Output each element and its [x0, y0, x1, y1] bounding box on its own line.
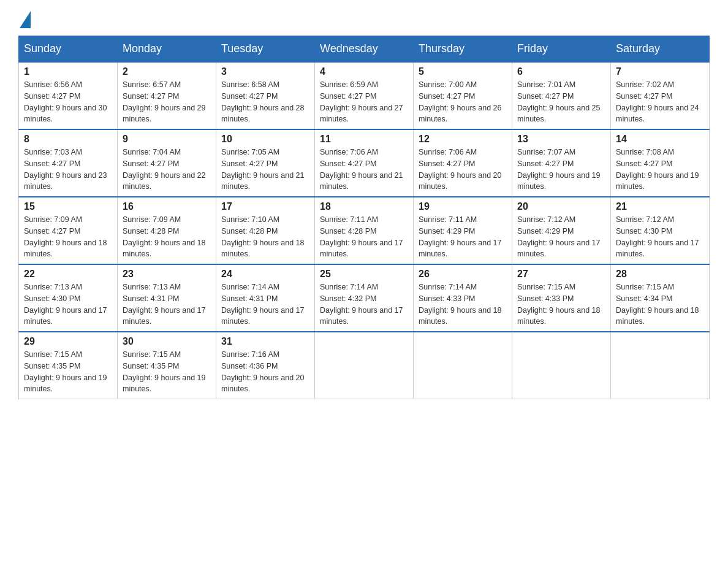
calendar-table: SundayMondayTuesdayWednesdayThursdayFrid… — [18, 36, 710, 399]
day-info: Sunrise: 7:03 AMSunset: 4:27 PMDaylight:… — [24, 148, 107, 191]
day-number: 23 — [123, 269, 211, 280]
day-info: Sunrise: 7:09 AMSunset: 4:28 PMDaylight:… — [123, 215, 206, 258]
day-number: 11 — [320, 134, 408, 145]
weekday-header-sunday: Sunday — [19, 36, 118, 63]
calendar-cell: 11 Sunrise: 7:06 AMSunset: 4:27 PMDaylig… — [315, 129, 414, 197]
day-number: 19 — [419, 201, 507, 212]
day-info: Sunrise: 7:12 AMSunset: 4:29 PMDaylight:… — [517, 215, 601, 258]
week-row-5: 29 Sunrise: 7:15 AMSunset: 4:35 PMDaylig… — [19, 332, 710, 399]
day-info: Sunrise: 7:11 AMSunset: 4:29 PMDaylight:… — [419, 215, 502, 258]
day-number: 21 — [616, 201, 704, 212]
day-number: 3 — [221, 66, 309, 77]
day-info: Sunrise: 7:14 AMSunset: 4:32 PMDaylight:… — [320, 283, 403, 326]
day-info: Sunrise: 7:13 AMSunset: 4:31 PMDaylight:… — [123, 283, 206, 326]
calendar-cell: 4 Sunrise: 6:59 AMSunset: 4:27 PMDayligh… — [315, 62, 414, 129]
calendar-cell: 1 Sunrise: 6:56 AMSunset: 4:27 PMDayligh… — [19, 62, 118, 129]
weekday-header-saturday: Saturday — [611, 36, 710, 63]
calendar-cell: 3 Sunrise: 6:58 AMSunset: 4:27 PMDayligh… — [216, 62, 315, 129]
week-row-1: 1 Sunrise: 6:56 AMSunset: 4:27 PMDayligh… — [19, 62, 710, 129]
weekday-header-friday: Friday — [512, 36, 611, 63]
day-number: 25 — [320, 269, 408, 280]
calendar-cell: 25 Sunrise: 7:14 AMSunset: 4:32 PMDaylig… — [315, 264, 414, 332]
day-info: Sunrise: 7:16 AMSunset: 4:36 PMDaylight:… — [221, 350, 305, 393]
calendar-cell — [414, 332, 512, 399]
logo-triangle-icon — [20, 11, 31, 28]
day-info: Sunrise: 7:15 AMSunset: 4:35 PMDaylight:… — [24, 350, 107, 393]
calendar-cell: 6 Sunrise: 7:01 AMSunset: 4:27 PMDayligh… — [512, 62, 611, 129]
day-info: Sunrise: 6:59 AMSunset: 4:27 PMDaylight:… — [320, 80, 403, 123]
day-info: Sunrise: 7:15 AMSunset: 4:35 PMDaylight:… — [123, 350, 206, 393]
calendar-cell: 18 Sunrise: 7:11 AMSunset: 4:28 PMDaylig… — [315, 197, 414, 264]
calendar-cell: 23 Sunrise: 7:13 AMSunset: 4:31 PMDaylig… — [118, 264, 216, 332]
day-number: 30 — [123, 336, 211, 347]
day-info: Sunrise: 7:10 AMSunset: 4:28 PMDaylight:… — [221, 215, 305, 258]
day-number: 2 — [123, 66, 211, 77]
day-info: Sunrise: 7:14 AMSunset: 4:31 PMDaylight:… — [221, 283, 305, 326]
calendar-cell: 27 Sunrise: 7:15 AMSunset: 4:33 PMDaylig… — [512, 264, 611, 332]
weekday-header-thursday: Thursday — [414, 36, 512, 63]
calendar-cell: 5 Sunrise: 7:00 AMSunset: 4:27 PMDayligh… — [414, 62, 512, 129]
day-info: Sunrise: 6:58 AMSunset: 4:27 PMDaylight:… — [221, 80, 305, 123]
day-info: Sunrise: 7:06 AMSunset: 4:27 PMDaylight:… — [419, 148, 502, 191]
weekday-header-monday: Monday — [118, 36, 216, 63]
weekday-header-tuesday: Tuesday — [216, 36, 315, 63]
calendar-cell: 13 Sunrise: 7:07 AMSunset: 4:27 PMDaylig… — [512, 129, 611, 197]
day-info: Sunrise: 7:01 AMSunset: 4:27 PMDaylight:… — [517, 80, 601, 123]
calendar-cell: 28 Sunrise: 7:15 AMSunset: 4:34 PMDaylig… — [611, 264, 710, 332]
day-number: 8 — [24, 134, 112, 145]
day-info: Sunrise: 7:14 AMSunset: 4:33 PMDaylight:… — [419, 283, 502, 326]
calendar-cell: 19 Sunrise: 7:11 AMSunset: 4:29 PMDaylig… — [414, 197, 512, 264]
calendar-cell: 2 Sunrise: 6:57 AMSunset: 4:27 PMDayligh… — [118, 62, 216, 129]
day-info: Sunrise: 7:08 AMSunset: 4:27 PMDaylight:… — [616, 148, 699, 191]
day-info: Sunrise: 7:15 AMSunset: 4:34 PMDaylight:… — [616, 283, 699, 326]
calendar-cell: 10 Sunrise: 7:05 AMSunset: 4:27 PMDaylig… — [216, 129, 315, 197]
day-info: Sunrise: 7:11 AMSunset: 4:28 PMDaylight:… — [320, 215, 403, 258]
week-row-4: 22 Sunrise: 7:13 AMSunset: 4:30 PMDaylig… — [19, 264, 710, 332]
day-number: 20 — [517, 201, 605, 212]
day-info: Sunrise: 6:57 AMSunset: 4:27 PMDaylight:… — [123, 80, 206, 123]
calendar-cell — [315, 332, 414, 399]
calendar-cell: 14 Sunrise: 7:08 AMSunset: 4:27 PMDaylig… — [611, 129, 710, 197]
calendar-cell: 15 Sunrise: 7:09 AMSunset: 4:27 PMDaylig… — [19, 197, 118, 264]
day-number: 9 — [123, 134, 211, 145]
day-number: 27 — [517, 269, 605, 280]
day-number: 29 — [24, 336, 112, 347]
calendar-cell: 16 Sunrise: 7:09 AMSunset: 4:28 PMDaylig… — [118, 197, 216, 264]
day-info: Sunrise: 7:07 AMSunset: 4:27 PMDaylight:… — [517, 148, 601, 191]
calendar-cell: 26 Sunrise: 7:14 AMSunset: 4:33 PMDaylig… — [414, 264, 512, 332]
day-number: 16 — [123, 201, 211, 212]
day-number: 1 — [24, 66, 112, 77]
calendar-cell — [512, 332, 611, 399]
day-number: 14 — [616, 134, 704, 145]
calendar-cell: 29 Sunrise: 7:15 AMSunset: 4:35 PMDaylig… — [19, 332, 118, 399]
calendar-cell: 31 Sunrise: 7:16 AMSunset: 4:36 PMDaylig… — [216, 332, 315, 399]
day-number: 28 — [616, 269, 704, 280]
calendar-cell: 21 Sunrise: 7:12 AMSunset: 4:30 PMDaylig… — [611, 197, 710, 264]
day-number: 4 — [320, 66, 408, 77]
day-number: 10 — [221, 134, 309, 145]
calendar-cell: 22 Sunrise: 7:13 AMSunset: 4:30 PMDaylig… — [19, 264, 118, 332]
week-row-2: 8 Sunrise: 7:03 AMSunset: 4:27 PMDayligh… — [19, 129, 710, 197]
day-info: Sunrise: 7:15 AMSunset: 4:33 PMDaylight:… — [517, 283, 601, 326]
calendar-cell: 8 Sunrise: 7:03 AMSunset: 4:27 PMDayligh… — [19, 129, 118, 197]
calendar-cell: 7 Sunrise: 7:02 AMSunset: 4:27 PMDayligh… — [611, 62, 710, 129]
day-number: 17 — [221, 201, 309, 212]
calendar-cell: 20 Sunrise: 7:12 AMSunset: 4:29 PMDaylig… — [512, 197, 611, 264]
calendar-cell: 30 Sunrise: 7:15 AMSunset: 4:35 PMDaylig… — [118, 332, 216, 399]
day-info: Sunrise: 7:12 AMSunset: 4:30 PMDaylight:… — [616, 215, 699, 258]
day-info: Sunrise: 7:13 AMSunset: 4:30 PMDaylight:… — [24, 283, 107, 326]
weekday-header-wednesday: Wednesday — [315, 36, 414, 63]
calendar-cell: 24 Sunrise: 7:14 AMSunset: 4:31 PMDaylig… — [216, 264, 315, 332]
day-number: 5 — [419, 66, 507, 77]
day-number: 26 — [419, 269, 507, 280]
day-number: 18 — [320, 201, 408, 212]
day-number: 31 — [221, 336, 309, 347]
day-info: Sunrise: 7:09 AMSunset: 4:27 PMDaylight:… — [24, 215, 107, 258]
day-info: Sunrise: 6:56 AMSunset: 4:27 PMDaylight:… — [24, 80, 107, 123]
day-info: Sunrise: 7:00 AMSunset: 4:27 PMDaylight:… — [419, 80, 502, 123]
calendar-cell: 9 Sunrise: 7:04 AMSunset: 4:27 PMDayligh… — [118, 129, 216, 197]
day-info: Sunrise: 7:02 AMSunset: 4:27 PMDaylight:… — [616, 80, 699, 123]
day-number: 24 — [221, 269, 309, 280]
week-row-3: 15 Sunrise: 7:09 AMSunset: 4:27 PMDaylig… — [19, 197, 710, 264]
page-header — [18, 12, 710, 29]
